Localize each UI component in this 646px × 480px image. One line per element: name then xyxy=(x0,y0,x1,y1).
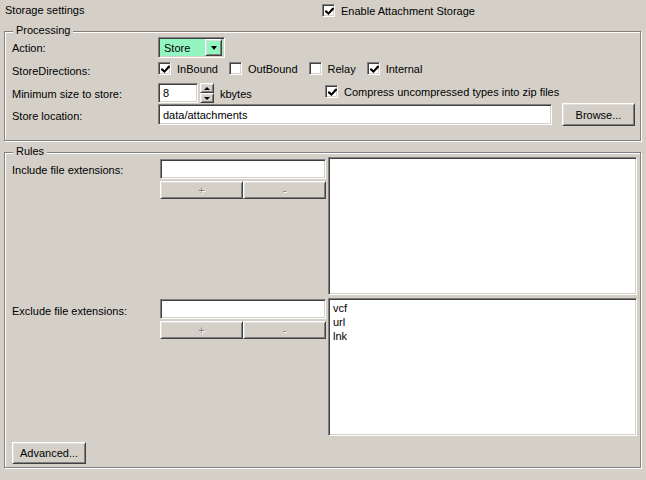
relay-label: Relay xyxy=(328,63,356,75)
exclude-extensions-listbox[interactable]: vcfurllnk xyxy=(328,298,637,436)
rules-legend: Rules xyxy=(13,145,47,157)
exclude-extension-input[interactable] xyxy=(160,299,326,319)
minimum-size-stepper xyxy=(200,83,214,103)
exclude-add-button[interactable]: + xyxy=(160,321,243,339)
minimum-size-label: Minimum size to store: xyxy=(12,88,122,100)
include-extensions-listbox[interactable] xyxy=(328,157,637,295)
store-location-label: Store location: xyxy=(12,110,82,122)
minimum-size-input[interactable] xyxy=(158,83,198,103)
minimum-size-unit-label: kbytes xyxy=(220,88,252,100)
checkbox-icon xyxy=(322,4,335,17)
list-item[interactable]: vcf xyxy=(333,301,636,315)
action-dropdown-value: Store xyxy=(159,42,205,54)
page-title: Storage settings xyxy=(5,4,85,16)
browse-button[interactable]: Browse... xyxy=(562,103,635,126)
checkbox-icon xyxy=(158,62,171,75)
compress-zip-checkbox[interactable]: Compress uncompressed types into zip fil… xyxy=(325,85,559,98)
store-directions-row: InBound OutBound Relay Internal xyxy=(158,62,422,75)
exclude-remove-button[interactable]: - xyxy=(243,321,326,339)
checkbox-icon xyxy=(229,62,242,75)
list-item[interactable]: lnk xyxy=(333,329,636,343)
checkbox-icon xyxy=(325,85,338,98)
advanced-button[interactable]: Advanced... xyxy=(12,442,86,464)
checkbox-icon xyxy=(309,62,322,75)
internal-checkbox[interactable]: Internal xyxy=(367,62,423,75)
inbound-checkbox[interactable]: InBound xyxy=(158,62,218,75)
exclude-extensions-label: Exclude file extensions: xyxy=(12,305,127,317)
enable-attachment-storage-checkbox[interactable]: Enable Attachment Storage xyxy=(322,4,475,17)
include-extension-input[interactable] xyxy=(160,159,326,179)
compress-zip-label: Compress uncompressed types into zip fil… xyxy=(344,86,559,98)
spin-down-icon[interactable] xyxy=(200,93,214,103)
relay-checkbox[interactable]: Relay xyxy=(309,62,356,75)
include-remove-button[interactable]: - xyxy=(243,181,326,199)
action-dropdown[interactable]: Store xyxy=(158,37,225,58)
enable-attachment-storage-label: Enable Attachment Storage xyxy=(341,5,475,17)
outbound-label: OutBound xyxy=(248,63,298,75)
store-directions-label: StoreDirections: xyxy=(12,65,90,77)
attachment-storage-settings-panel: Storage settings Enable Attachment Stora… xyxy=(0,0,646,480)
chevron-down-icon[interactable] xyxy=(205,39,222,56)
spin-up-icon[interactable] xyxy=(200,83,214,93)
action-label: Action: xyxy=(12,42,46,54)
inbound-label: InBound xyxy=(177,63,218,75)
internal-label: Internal xyxy=(386,63,423,75)
include-extensions-label: Include file extensions: xyxy=(12,164,123,176)
processing-legend: Processing xyxy=(13,24,73,36)
checkbox-icon xyxy=(367,62,380,75)
include-add-button[interactable]: + xyxy=(160,181,243,199)
store-location-input[interactable] xyxy=(158,104,552,125)
outbound-checkbox[interactable]: OutBound xyxy=(229,62,298,75)
list-item[interactable]: url xyxy=(333,315,636,329)
